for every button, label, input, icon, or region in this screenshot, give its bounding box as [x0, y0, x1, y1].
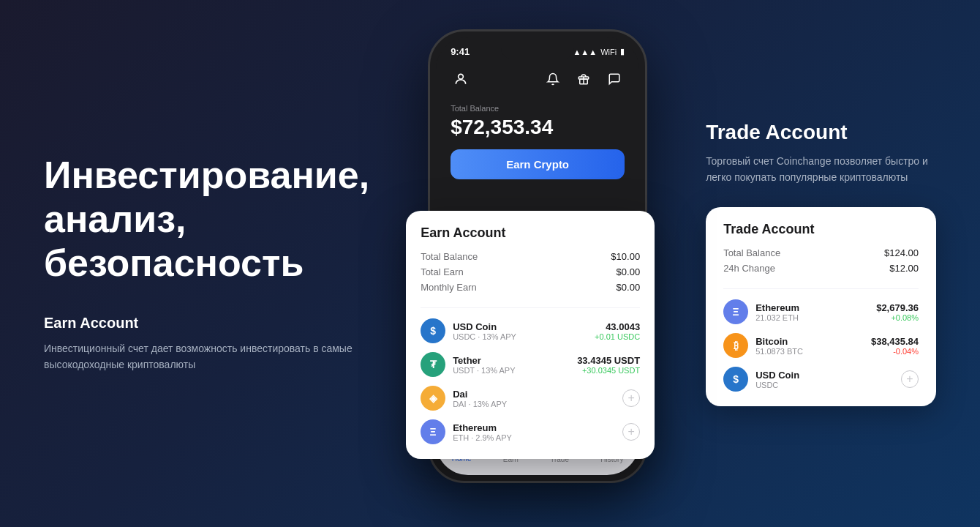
trade-account-card: Trade Account Total Balance $124.00 24h … — [706, 207, 936, 406]
trade-account-title: Trade Account — [706, 121, 936, 144]
wifi-icon: WiFi — [600, 48, 617, 56]
usdt-icon: ₮ — [421, 352, 445, 377]
list-item: Ξ Ethereum ETH · 2.9% APY + — [421, 419, 640, 444]
trade-eth-icon: Ξ — [723, 299, 748, 324]
trade-eth-name: Ethereum — [755, 302, 869, 313]
trade-btc-values: $38,435.84 -0.04% — [871, 336, 919, 356]
trade-btc-name: Bitcoin — [755, 336, 864, 347]
list-item: ₿ Bitcoin 51.0873 BTC $38,435.84 -0.04% — [723, 333, 919, 358]
list-item: ₮ Tether USDT · 13% APY 33.4345 USDT +30… — [421, 352, 640, 377]
dai-apy: DAI · 13% APY — [453, 400, 615, 408]
usdt-amount: 33.4345 USDT — [577, 355, 640, 366]
dai-icon: ◈ — [421, 386, 445, 411]
trade-eth-values: $2,679.36 +0.08% — [876, 302, 919, 322]
svg-point-0 — [459, 74, 464, 79]
trade-eth-info: Ethereum 21.032 ETH — [755, 302, 869, 322]
eth-add-button[interactable]: + — [622, 423, 640, 441]
earn-total-earn-row: Total Earn $0.00 — [421, 266, 640, 277]
list-item: Ξ Ethereum 21.032 ETH $2,679.36 +0.08% — [723, 299, 919, 324]
trade-usdc-sub: USDC — [755, 381, 894, 389]
earn-account-sidebar: Earn Account Инвестиционный счет дает во… — [44, 315, 369, 373]
usdc-info: USD Coin USDC · 13% APY — [453, 321, 587, 341]
usdc-amount: 43.0043 — [595, 321, 640, 332]
dai-name: Dai — [453, 389, 615, 400]
phone-section: 9:41 ▲▲▲ WiFi ▮ — [399, 0, 676, 527]
trade-total-balance-label: Total Balance — [723, 247, 780, 258]
earn-total-earn-label: Total Earn — [421, 266, 464, 277]
usdc-values: 43.0043 +0.01 USDC — [595, 321, 640, 341]
signal-icon: ▲▲▲ — [573, 48, 597, 56]
status-time: 9:41 — [451, 46, 470, 57]
app-header — [436, 61, 639, 97]
earn-total-balance-value: $10.00 — [611, 251, 640, 262]
trade-usdc-info: USD Coin USDC — [755, 370, 894, 389]
trade-btc-info: Bitcoin 51.0873 BTC — [755, 336, 864, 356]
eth-name: Ethereum — [453, 422, 615, 433]
trade-eth-sub: 21.032 ETH — [755, 313, 869, 322]
trade-stats: Total Balance $124.00 24h Change $12.00 — [723, 247, 919, 289]
earn-account-sidebar-title: Earn Account — [44, 315, 369, 332]
gift-icon[interactable] — [573, 69, 594, 89]
trade-total-balance-row: Total Balance $124.00 — [723, 247, 919, 258]
trade-usdc-name: USD Coin — [755, 370, 894, 381]
left-section: Инвестирование, анализ, безопасность Ear… — [44, 154, 399, 373]
status-icons: ▲▲▲ WiFi ▮ — [573, 47, 625, 56]
usdt-apy: USDT · 13% APY — [453, 366, 570, 375]
earn-monthly-earn-value: $0.00 — [617, 282, 641, 293]
trade-crypto-list: Ξ Ethereum 21.032 ETH $2,679.36 +0.08% ₿… — [723, 299, 919, 392]
trade-eth-price: $2,679.36 — [876, 302, 919, 313]
battery-icon: ▮ — [620, 47, 625, 56]
earn-total-balance-row: Total Balance $10.00 — [421, 251, 640, 262]
balance-amount: $72,353.34 — [451, 116, 625, 139]
earn-card-title: Earn Account — [421, 225, 640, 241]
trade-account-desc: Торговый счет Coinchange позволяет быстр… — [706, 153, 936, 186]
usdt-change: +30.0345 USDT — [577, 366, 640, 375]
earn-monthly-earn-label: Monthly Earn — [421, 282, 477, 293]
earn-account-card: Earn Account Total Balance $10.00 Total … — [406, 211, 655, 459]
earn-total-earn-value: $0.00 — [617, 266, 641, 277]
trade-btc-sub: 51.0873 BTC — [755, 347, 864, 356]
message-icon[interactable] — [604, 69, 625, 89]
earn-monthly-earn-row: Monthly Earn $0.00 — [421, 282, 640, 293]
trade-eth-change: +0.08% — [876, 313, 919, 322]
usdt-values: 33.4345 USDT +30.0345 USDT — [577, 355, 640, 375]
trade-24h-change-row: 24h Change $12.00 — [723, 263, 919, 274]
usdc-name: USD Coin — [453, 321, 587, 332]
trade-btc-price: $38,435.84 — [871, 336, 919, 347]
earn-account-sidebar-desc: Инвестиционный счет дает возможность инв… — [44, 340, 369, 373]
eth-info: Ethereum ETH · 2.9% APY — [453, 422, 615, 442]
header-icons-right — [543, 69, 625, 89]
profile-icon[interactable] — [451, 69, 471, 89]
dai-info: Dai DAI · 13% APY — [453, 389, 615, 408]
usdc-apy: USDC · 13% APY — [453, 332, 587, 341]
earn-crypto-list: $ USD Coin USDC · 13% APY 43.0043 +0.01 … — [421, 318, 640, 444]
trade-total-balance-value: $124.00 — [884, 247, 919, 258]
usdc-icon: $ — [421, 318, 445, 343]
bell-icon[interactable] — [543, 69, 563, 89]
dai-add-button[interactable]: + — [622, 389, 640, 407]
usdt-name: Tether — [453, 355, 570, 366]
trade-usdc-add-button[interactable]: + — [901, 370, 919, 388]
earn-crypto-button[interactable]: Earn Crypto — [451, 149, 625, 179]
trade-btc-icon: ₿ — [723, 333, 748, 358]
right-section: Trade Account Торговый счет Coinchange п… — [676, 121, 936, 407]
eth-apy: ETH · 2.9% APY — [453, 433, 615, 442]
phone-wrapper: 9:41 ▲▲▲ WiFi ▮ — [421, 29, 655, 498]
balance-label: Total Balance — [451, 104, 625, 113]
list-item: ◈ Dai DAI · 13% APY + — [421, 386, 640, 411]
trade-usdc-icon: $ — [723, 367, 748, 392]
list-item: $ USD Coin USDC · 13% APY 43.0043 +0.01 … — [421, 318, 640, 343]
hero-title: Инвестирование, анализ, безопасность — [44, 154, 369, 285]
trade-account-header: Trade Account Торговый счет Coinchange п… — [706, 121, 936, 186]
usdt-info: Tether USDT · 13% APY — [453, 355, 570, 375]
earn-stats: Total Balance $10.00 Total Earn $0.00 Mo… — [421, 251, 640, 308]
trade-24h-change-label: 24h Change — [723, 263, 775, 274]
usdc-change: +0.01 USDC — [595, 332, 640, 341]
trade-btc-change: -0.04% — [871, 347, 919, 356]
phone-notch — [501, 43, 574, 59]
list-item: $ USD Coin USDC + — [723, 367, 919, 392]
balance-section: Total Balance $72,353.34 Earn Crypto — [436, 97, 639, 191]
earn-total-balance-label: Total Balance — [421, 251, 478, 262]
trade-24h-change-value: $12.00 — [889, 263, 919, 274]
trade-card-title: Trade Account — [723, 222, 919, 237]
